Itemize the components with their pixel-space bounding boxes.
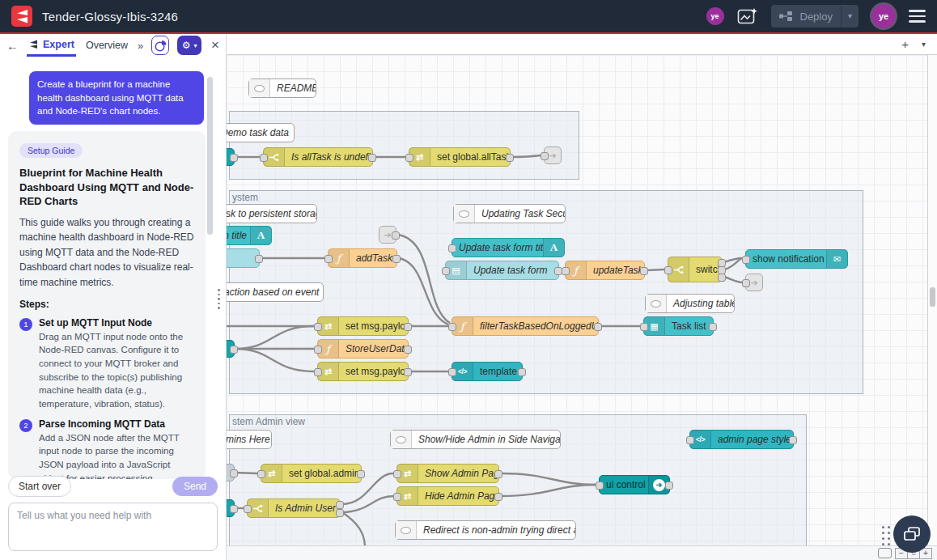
input-port[interactable] xyxy=(448,368,456,376)
sidebar-scrollbar[interactable] xyxy=(207,77,213,235)
tab-overview[interactable]: Overview xyxy=(84,34,129,57)
input-port[interactable] xyxy=(314,323,322,331)
send-button[interactable]: Send xyxy=(172,477,218,496)
input-port[interactable] xyxy=(448,323,456,331)
node-admin-page-style[interactable]: </>admin page style xyxy=(689,430,794,449)
user-avatar[interactable]: ye xyxy=(871,4,896,28)
input-port[interactable] xyxy=(260,154,268,162)
output-port[interactable] xyxy=(404,368,412,376)
comment-persistent-storage[interactable]: sk to persistent storage xyxy=(227,204,317,223)
node-set-global-alltask[interactable]: ⇄set global.allTask xyxy=(409,147,511,167)
wire[interactable] xyxy=(235,473,257,473)
output-port[interactable] xyxy=(640,267,648,275)
comment-updating-task[interactable]: Updating Task Securely xyxy=(453,204,566,223)
assistant-chat-fab[interactable] xyxy=(893,515,931,553)
deploy-caret[interactable]: ▾ xyxy=(841,6,859,27)
comment-demo-task-data[interactable]: Demo task data xyxy=(227,123,295,142)
comment-show-hide-admin[interactable]: Show/Hide Admin in Side Navigation xyxy=(390,430,561,449)
scrollbar-thumb[interactable] xyxy=(930,287,935,307)
input-port[interactable] xyxy=(405,154,413,162)
output-port[interactable] xyxy=(789,436,797,444)
input-port[interactable] xyxy=(742,256,750,264)
input-port[interactable] xyxy=(664,266,672,274)
node-set-msg-payload-1[interactable]: ⇄set msg.payload xyxy=(317,316,409,336)
input-port[interactable] xyxy=(742,279,750,287)
fab-drag-handle[interactable] xyxy=(882,526,890,545)
output-port[interactable] xyxy=(404,323,412,331)
link-node-2[interactable]: ➔ xyxy=(379,226,396,244)
input-port[interactable] xyxy=(448,244,456,252)
start-over-button[interactable]: Start over xyxy=(8,476,71,497)
output-port[interactable] xyxy=(665,482,673,490)
output-port[interactable] xyxy=(230,154,238,162)
node-switch[interactable]: switch xyxy=(668,257,723,282)
flow-list-button[interactable]: ▾ xyxy=(922,40,926,49)
add-flow-button[interactable]: + xyxy=(901,37,909,51)
link-out-node[interactable]: ➔ xyxy=(544,146,562,164)
input-port[interactable] xyxy=(686,436,694,444)
deploy-button[interactable]: Deploy ▾ xyxy=(771,5,859,28)
inject-stub[interactable] xyxy=(227,464,235,482)
output-port[interactable] xyxy=(506,154,514,162)
output-port[interactable] xyxy=(392,255,401,263)
output-port[interactable] xyxy=(230,505,238,513)
wire[interactable] xyxy=(342,512,365,545)
flow-workspace[interactable]: ystemstem Admin viewREADMEDemo task data… xyxy=(227,55,937,545)
minimap-toggle-button[interactable] xyxy=(878,548,892,558)
comment-redirect[interactable]: Redirect is non-admin trying direct acce… xyxy=(395,520,576,540)
comment-action-event[interactable]: action based on event xyxy=(227,282,324,302)
wire[interactable] xyxy=(398,235,450,323)
input-port[interactable] xyxy=(314,346,322,354)
input-port[interactable] xyxy=(324,255,333,263)
output-port[interactable] xyxy=(230,346,238,354)
output-port[interactable] xyxy=(518,368,526,376)
input-port[interactable] xyxy=(393,493,401,501)
tab-expert[interactable]: Expert xyxy=(27,34,76,57)
input-port[interactable] xyxy=(314,368,322,376)
input-port[interactable] xyxy=(257,470,265,478)
wire[interactable] xyxy=(501,485,596,496)
node-set-global-admins[interactable]: ⇄set global.admins xyxy=(261,464,362,483)
output-port[interactable] xyxy=(404,346,412,354)
input-port[interactable] xyxy=(442,267,450,275)
close-icon[interactable]: × xyxy=(211,37,219,53)
output-port[interactable] xyxy=(368,154,376,162)
hub-stub[interactable] xyxy=(227,340,235,358)
input-port[interactable] xyxy=(244,505,252,513)
node-task-list[interactable]: ▦Task list xyxy=(643,316,714,336)
node-storeuserdata[interactable]: ƒStoreUserData xyxy=(317,339,409,358)
canvas-vertical-scrollbar[interactable] xyxy=(927,55,937,545)
link-node-3[interactable]: ➔ xyxy=(745,274,763,291)
usage-pie-button[interactable] xyxy=(151,36,169,55)
node-show-notification[interactable]: show notification✉ xyxy=(745,249,848,269)
output-port[interactable] xyxy=(255,255,263,263)
panel-resize-grip[interactable] xyxy=(218,289,220,309)
node-is-admin-user[interactable]: Is Admin User? xyxy=(247,498,341,518)
output-port[interactable] xyxy=(357,470,365,478)
input-port[interactable] xyxy=(596,482,604,490)
comment-adjusting-table[interactable]: Adjusting table xyxy=(645,294,735,313)
avatar-small[interactable]: ye xyxy=(706,7,724,25)
node-is-alltask-undefined[interactable]: Is allTask is undefined xyxy=(263,147,373,167)
node-ticket-cut[interactable]: icket xyxy=(227,248,260,268)
node-hide-admin-page[interactable]: ⇄Hide Admin Page xyxy=(396,486,499,506)
link-in-stub[interactable] xyxy=(227,148,235,166)
node-form-title-cut[interactable]: m titleA xyxy=(227,226,272,245)
node-addtask[interactable]: ƒaddTask xyxy=(328,248,397,268)
output-port[interactable] xyxy=(718,274,726,282)
comment-readme[interactable]: README xyxy=(248,78,316,98)
output-port[interactable] xyxy=(336,509,344,517)
input-port[interactable] xyxy=(541,152,549,160)
input-port[interactable] xyxy=(640,323,648,331)
input-port[interactable] xyxy=(562,267,570,275)
wire[interactable] xyxy=(235,349,314,371)
node-template[interactable]: </>template xyxy=(452,362,523,381)
node-show-admin-page[interactable]: ⇄Show Admin Page xyxy=(396,464,499,483)
output-port[interactable] xyxy=(392,231,400,240)
output-port[interactable] xyxy=(494,493,502,501)
tab-overflow-icon[interactable]: » xyxy=(138,40,143,52)
node-filter-task[interactable]: ƒfilterTaskBasedOnLoggedUser xyxy=(452,316,599,336)
main-menu-icon[interactable] xyxy=(909,10,926,23)
settings-dropdown-button[interactable]: ⚙ ▾ xyxy=(177,36,201,55)
wire[interactable] xyxy=(647,269,664,270)
